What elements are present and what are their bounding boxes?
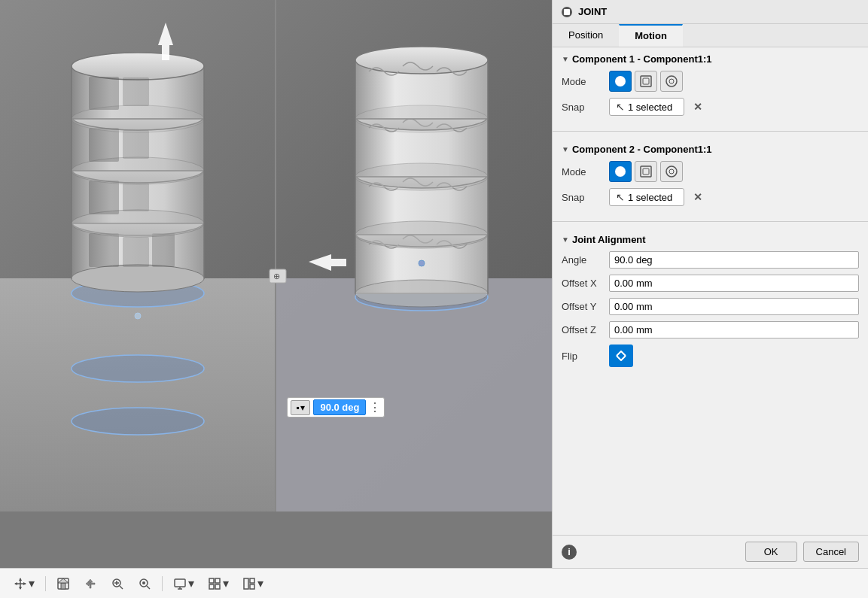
svg-rect-22 xyxy=(123,130,149,159)
offsetx-input[interactable] xyxy=(609,275,859,292)
info-icon[interactable]: i xyxy=(562,545,577,560)
angle-input[interactable] xyxy=(609,251,859,269)
component1-mode-btn-2[interactable] xyxy=(635,71,657,92)
alignment-section: ▼ Joint Alignment Angle Offset X Offset … xyxy=(553,228,868,379)
svg-rect-21 xyxy=(89,128,119,162)
toolbar-layout-btn[interactable]: ▾ xyxy=(238,574,268,593)
component2-header: ▼ Component 2 - Component1:1 xyxy=(562,144,859,155)
component2-snap-clear[interactable]: ✕ xyxy=(690,190,705,205)
svg-rect-11 xyxy=(123,237,149,267)
svg-rect-82 xyxy=(215,584,220,589)
svg-rect-17 xyxy=(123,183,149,211)
component1-mode-btn-3[interactable] xyxy=(660,71,683,92)
triangle-icon-3: ▼ xyxy=(562,235,569,244)
snap-cursor-icon-1: ↖ xyxy=(616,101,625,113)
svg-rect-16 xyxy=(89,181,119,214)
svg-point-75 xyxy=(142,581,145,584)
bottom-bar: i OK Cancel xyxy=(553,535,868,568)
component1-mode-row: Mode xyxy=(562,71,859,92)
svg-rect-27 xyxy=(123,77,149,106)
offsetz-input[interactable] xyxy=(609,321,859,338)
svg-rect-12 xyxy=(152,233,175,267)
toolbar-grid-btn[interactable]: ▾ xyxy=(203,574,233,593)
svg-marker-62 xyxy=(19,578,22,581)
svg-rect-80 xyxy=(215,578,220,583)
svg-marker-64 xyxy=(14,582,17,585)
flip-row: Flip xyxy=(562,345,859,367)
svg-rect-81 xyxy=(209,584,214,589)
component2-mode-btn-2[interactable] xyxy=(635,161,657,182)
svg-rect-76 xyxy=(175,579,185,587)
angle-input-overlay[interactable]: ▪▾ 90.0 deg ⋮ xyxy=(287,397,385,417)
component1-snap-row: Snap ↖ 1 selected ✕ xyxy=(562,98,859,116)
svg-point-49 xyxy=(617,78,623,84)
svg-rect-47 xyxy=(564,9,570,15)
svg-point-5 xyxy=(72,355,204,382)
svg-line-70 xyxy=(120,586,123,589)
cancel-button[interactable]: Cancel xyxy=(803,542,859,562)
component2-mode-row: Mode xyxy=(562,161,859,182)
svg-text:⊕: ⊕ xyxy=(273,272,280,281)
component1-mode-buttons xyxy=(609,71,683,92)
more-options-icon[interactable]: ⋮ xyxy=(369,400,381,414)
component2-snap-value: 1 selected xyxy=(628,192,672,203)
component1-snap-btn[interactable]: ↖ 1 selected xyxy=(609,98,684,116)
input-dropdown[interactable]: ▪▾ xyxy=(291,400,310,415)
main-area: ⊕ xyxy=(0,0,868,568)
svg-point-58 xyxy=(666,166,677,177)
toolbar-display-btn[interactable]: ▾ xyxy=(169,574,199,593)
angle-value-display[interactable]: 90.0 deg xyxy=(313,399,366,415)
tab-position[interactable]: Position xyxy=(553,24,619,47)
svg-point-55 xyxy=(617,168,623,175)
component1-header: ▼ Component 1 - Component1:1 xyxy=(562,53,859,65)
toolbar-sep-2 xyxy=(162,576,163,591)
toolbar-move-btn[interactable]: ▾ xyxy=(9,574,39,593)
component2-mode-btn-3[interactable] xyxy=(660,161,683,182)
component1-section: ▼ Component 1 - Component1:1 Mode xyxy=(553,47,868,128)
offsetx-row: Offset X xyxy=(562,275,859,292)
snap-cursor-icon-2: ↖ xyxy=(616,191,625,203)
offsetz-row: Offset Z xyxy=(562,321,859,338)
toolbar-zoom-in-btn[interactable] xyxy=(106,575,129,593)
joint-header: JOINT xyxy=(553,0,868,24)
component1-mode-label: Mode xyxy=(562,76,603,87)
component2-snap-btn[interactable]: ↖ 1 selected xyxy=(609,188,684,206)
joint-header-icon xyxy=(562,7,572,17)
component1-mode-btn-1[interactable] xyxy=(609,71,632,92)
ok-button[interactable]: OK xyxy=(745,542,797,562)
offsetx-label: Offset X xyxy=(562,278,603,289)
tabs: Position Motion xyxy=(553,24,868,47)
component1-snap-value: 1 selected xyxy=(628,102,672,113)
svg-marker-65 xyxy=(23,582,26,585)
offsetz-label: Offset Z xyxy=(562,324,603,335)
divider-2 xyxy=(553,221,868,222)
joint-title: JOINT xyxy=(578,6,607,17)
svg-marker-68 xyxy=(58,578,69,583)
component2-snap-row: Snap ↖ 1 selected ✕ xyxy=(562,188,859,206)
offsety-row: Offset Y xyxy=(562,298,859,315)
svg-point-59 xyxy=(669,169,674,174)
tab-motion[interactable]: Motion xyxy=(619,24,683,47)
component1-title: Component 1 - Component1:1 xyxy=(572,53,712,65)
viewport: ⊕ xyxy=(0,0,552,568)
svg-point-24 xyxy=(72,53,204,80)
svg-point-46 xyxy=(135,313,141,319)
triangle-icon-2: ▼ xyxy=(562,145,569,153)
component1-snap-clear[interactable]: ✕ xyxy=(690,99,705,114)
offsety-input[interactable] xyxy=(609,298,859,315)
svg-rect-51 xyxy=(643,78,649,84)
svg-rect-85 xyxy=(250,584,254,589)
toolbar-zoom-fit-btn[interactable] xyxy=(133,575,156,593)
svg-line-74 xyxy=(147,586,150,589)
flip-button[interactable] xyxy=(609,345,633,367)
svg-rect-50 xyxy=(641,76,651,87)
svg-point-9 xyxy=(72,265,204,292)
component2-title: Component 2 - Component1:1 xyxy=(572,144,712,155)
component2-mode-buttons xyxy=(609,161,683,182)
toolbar-sep-1 xyxy=(45,576,46,591)
component1-snap-label: Snap xyxy=(562,102,603,113)
toolbar-home-btn[interactable] xyxy=(52,575,75,593)
component2-mode-btn-1[interactable] xyxy=(609,161,632,182)
toolbar-pan-btn[interactable] xyxy=(79,575,102,593)
svg-point-35 xyxy=(355,280,488,307)
